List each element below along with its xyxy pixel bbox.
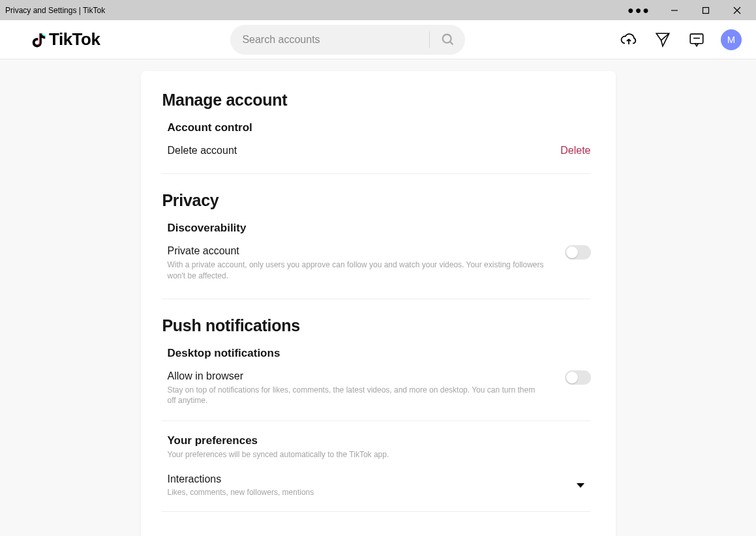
- close-button[interactable]: [726, 1, 748, 20]
- maximize-button[interactable]: [695, 1, 717, 20]
- messages-button[interactable]: [653, 30, 673, 50]
- push-notifications-title: Push notifications: [162, 316, 591, 335]
- search-icon: [441, 33, 455, 47]
- divider: [161, 299, 591, 299]
- tiktok-logo[interactable]: TikTok: [30, 29, 100, 50]
- your-preferences-heading: Your preferences: [168, 434, 591, 447]
- privacy-title: Privacy: [162, 191, 591, 210]
- allow-browser-row: Allow in browser Stay on top of notifica…: [162, 368, 591, 409]
- private-account-row: Private account With a private account, …: [162, 243, 591, 284]
- delete-account-label: Delete account: [168, 145, 548, 156]
- delete-account-row: Delete account Delete: [162, 142, 591, 159]
- avatar-initial: M: [727, 34, 736, 45]
- settings-card: Manage account Account control Delete ac…: [141, 71, 616, 536]
- your-preferences-desc: Your preferences will be synced automati…: [168, 450, 591, 459]
- window-title: Privacy and Settings | TikTok: [5, 6, 624, 15]
- search-input[interactable]: [242, 34, 425, 46]
- avatar[interactable]: M: [721, 29, 742, 50]
- top-nav: TikTok: [0, 20, 756, 59]
- window-titlebar: Privacy and Settings | TikTok ●●●: [0, 0, 756, 20]
- interactions-desc: Likes, comments, new followers, mentions: [168, 488, 314, 497]
- search-divider: [429, 31, 430, 48]
- svg-point-4: [443, 34, 451, 42]
- desktop-notifications-heading: Desktop notifications: [168, 347, 591, 360]
- send-icon: [654, 31, 671, 48]
- allow-browser-desc: Stay on top of notifications for likes, …: [168, 385, 546, 407]
- account-control-heading: Account control: [168, 121, 591, 134]
- private-account-toggle[interactable]: [565, 245, 591, 260]
- svg-rect-1: [703, 7, 709, 13]
- cloud-upload-icon: [620, 31, 638, 49]
- upload-button[interactable]: [619, 30, 639, 50]
- main-area: Manage account Account control Delete ac…: [0, 59, 756, 536]
- search-button[interactable]: [436, 28, 460, 52]
- more-icon[interactable]: ●●●: [624, 5, 654, 16]
- delete-account-link[interactable]: Delete: [560, 145, 590, 156]
- search-bar[interactable]: [230, 25, 465, 55]
- divider: [161, 173, 591, 174]
- chevron-down-icon[interactable]: [577, 483, 584, 488]
- inbox-icon: [688, 31, 705, 48]
- divider: [161, 421, 591, 421]
- interactions-row[interactable]: Interactions Likes, comments, new follow…: [162, 459, 591, 497]
- tiktok-note-icon: [30, 30, 47, 50]
- brand-text: TikTok: [49, 29, 100, 50]
- inbox-button[interactable]: [687, 30, 706, 50]
- allow-browser-toggle[interactable]: [565, 370, 591, 385]
- manage-account-title: Manage account: [162, 91, 591, 110]
- private-account-label: Private account: [168, 245, 552, 257]
- interactions-label: Interactions: [168, 473, 314, 485]
- svg-line-5: [450, 41, 453, 44]
- minimize-button[interactable]: [663, 1, 686, 20]
- divider: [161, 511, 591, 512]
- private-account-desc: With a private account, only users you a…: [168, 260, 546, 282]
- allow-browser-label: Allow in browser: [168, 370, 552, 382]
- discoverability-heading: Discoverability: [168, 222, 591, 235]
